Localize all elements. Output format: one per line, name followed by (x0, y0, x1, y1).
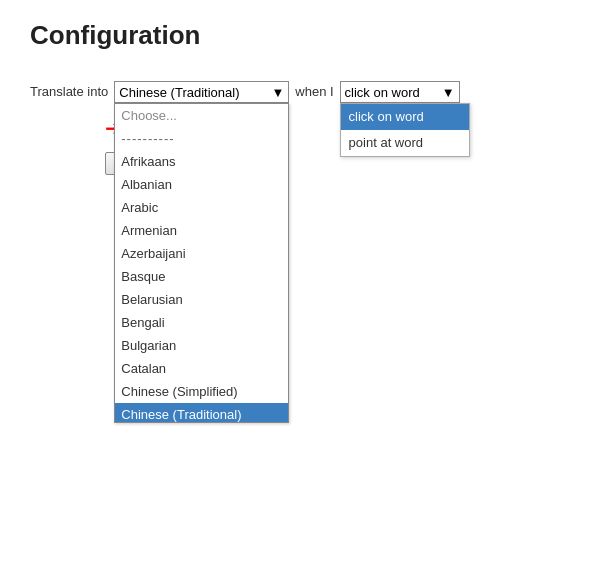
language-dropdown-container[interactable]: Chinese (Traditional) ▼ Choose...-------… (114, 81, 289, 103)
when-select[interactable]: click on word ▼ (340, 81, 460, 103)
more-options-row: ➔ more options (30, 117, 580, 138)
save-row: Save (30, 152, 580, 175)
language-select-arrow: ▼ (271, 85, 284, 100)
language-item-zh-tw[interactable]: Chinese (Traditional) (115, 403, 288, 423)
language-item-az[interactable]: Azerbaijani (115, 242, 288, 265)
when-dropdown-list[interactable]: click on wordpoint at word (340, 103, 470, 157)
language-item-be[interactable]: Belarusian (115, 288, 288, 311)
page-title: Configuration (30, 20, 580, 51)
when-select-arrow: ▼ (442, 85, 455, 100)
language-item-ca[interactable]: Catalan (115, 357, 288, 380)
when-label: when I (295, 81, 333, 103)
when-dropdown-container[interactable]: click on word ▼ click on wordpoint at wo… (340, 81, 460, 103)
when-item-click[interactable]: click on word (341, 104, 469, 130)
language-item-eu[interactable]: Basque (115, 265, 288, 288)
language-item-af[interactable]: Afrikaans (115, 150, 288, 173)
language-item-ar[interactable]: Arabic (115, 196, 288, 219)
language-select-value: Chinese (Traditional) (119, 85, 239, 100)
language-item-sq[interactable]: Albanian (115, 173, 288, 196)
language-item-sep: ---------- (115, 127, 288, 150)
language-dropdown-list[interactable]: Choose...----------AfrikaansAlbanianArab… (114, 103, 289, 423)
when-select-value: click on word (345, 85, 420, 100)
language-item-zh-cn[interactable]: Chinese (Simplified) (115, 380, 288, 403)
translate-label: Translate into (30, 81, 108, 103)
when-item-point[interactable]: point at word (341, 130, 469, 156)
language-item-choose[interactable]: Choose... (115, 104, 288, 127)
language-select[interactable]: Chinese (Traditional) ▼ (114, 81, 289, 103)
language-item-bg[interactable]: Bulgarian (115, 334, 288, 357)
config-row: Translate into Chinese (Traditional) ▼ C… (30, 81, 580, 103)
language-item-bn[interactable]: Bengali (115, 311, 288, 334)
language-item-hy[interactable]: Armenian (115, 219, 288, 242)
